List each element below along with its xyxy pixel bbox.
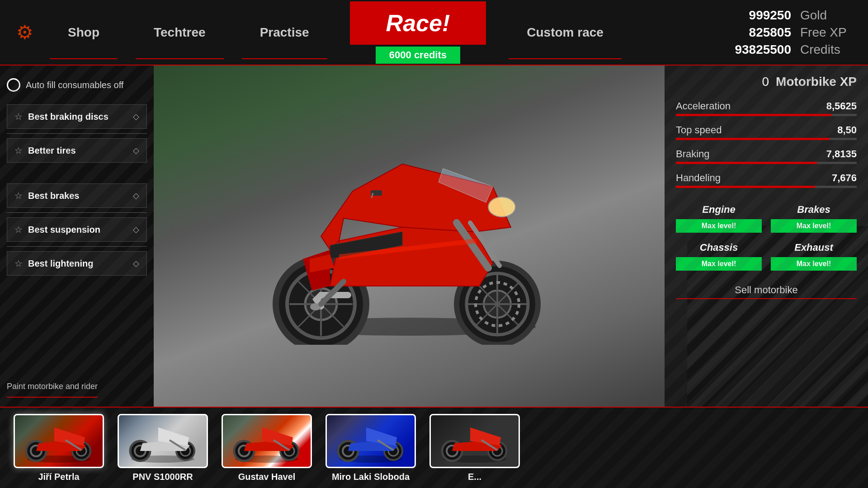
garage-card-image [222,414,312,468]
xp-number: 0 [762,75,769,89]
gold-stat-row: 999250 Gold [728,8,854,23]
gold-value: 999250 [728,8,791,23]
garage-card-name: E... [468,472,481,482]
bike-thumbnail [434,418,515,464]
nav-shop[interactable]: Shop [41,0,127,65]
top-nav: ⚙ Shop Techtree Practise Race! 6000 cred… [0,0,868,66]
stat-num: 7,676 [832,172,857,184]
stat-bar-fill [676,114,831,116]
stat-num: 7,8135 [826,148,857,160]
race-credits-badge: 6000 credits [376,47,460,64]
xp-stat-row: 825805 Free XP [728,25,854,40]
stat-bar [676,114,857,116]
upgrade-title: Brakes [797,204,830,216]
garage-card-image [118,414,208,468]
chevron-right-icon: ◇ [133,225,139,235]
credits-stat-row: 93825500 Credits [728,42,854,57]
svg-point-15 [488,197,515,217]
nav-custom-race[interactable]: Custom race [500,0,631,65]
garage-card[interactable]: Jiří Petrla [14,414,104,482]
chevron-right-icon: ◇ [133,258,139,268]
stat-name: Braking [676,148,710,160]
stats-list: Acceleration 8,5625 Top speed 8,50 Braki… [676,100,857,188]
garage-card[interactable]: PNV S1000RR [118,414,208,482]
upgrade-chassis[interactable]: Chassis Max level! [676,242,762,271]
parts-section: ☆ Best braking discs ◇ ☆ Better tires ◇ … [7,104,147,376]
upgrade-badge: Max level! [771,257,857,271]
upgrade-badge: Max level! [676,257,762,271]
part-best-brakes[interactable]: ☆ Best brakes ◇ [7,183,147,208]
garage-card-image [14,414,104,468]
separator [7,133,147,134]
nav-techtree[interactable]: Techtree [127,0,233,65]
garage-card[interactable]: Miro Laki Sloboda [326,414,416,482]
stat-item: Top speed 8,50 [676,124,857,140]
stat-bar-fill [676,138,830,140]
nav-practise[interactable]: Practise [233,0,336,65]
upgrade-badge: Max level! [771,219,857,233]
upgrade-title: Exhaust [794,242,833,253]
motorcycle-svg [240,128,579,345]
xp-value: 825805 [728,25,791,40]
sell-motorbike-button[interactable]: Sell motorbike [676,284,857,299]
bike-thumbnail [18,418,99,464]
credits-value: 93825500 [728,42,791,57]
garage-card-image [326,414,416,468]
stat-bar [676,186,857,188]
bike-thumbnail [226,418,307,464]
stat-item: Handeling 7,676 [676,172,857,188]
nav-stats: 999250 Gold 825805 Free XP 93825500 Cred… [728,8,854,57]
settings-icon[interactable]: ⚙ [9,17,41,48]
credits-label: Credits [800,42,854,57]
part-name: Best lightening [28,258,93,269]
race-button[interactable]: Race! [350,1,486,45]
stat-header: Handeling 7,676 [676,172,857,184]
garage-card-name: Gustav Havel [238,472,296,482]
upgrade-title: Chassis [700,242,738,253]
part-best-lightening[interactable]: ☆ Best lightening ◇ [7,251,147,276]
chevron-right-icon: ◇ [133,191,139,201]
chevron-right-icon: ◇ [133,112,139,122]
garage-card-name: PNV S1000RR [132,472,193,482]
star-icon: ☆ [14,224,23,235]
stat-bar [676,162,857,164]
gold-label: Gold [800,8,854,23]
part-best-suspension[interactable]: ☆ Best suspension ◇ [7,217,147,242]
stat-header: Top speed 8,50 [676,124,857,136]
center-bike-area [154,66,665,407]
part-name: Better tires [28,145,76,156]
part-better-tires[interactable]: ☆ Better tires ◇ [7,138,147,163]
stat-name: Handeling [676,172,721,184]
part-name: Best brakes [28,191,79,201]
part-braking-discs[interactable]: ☆ Best braking discs ◇ [7,104,147,129]
bottom-strip: Jiří Petrla PNV S1000RR [0,407,868,488]
stat-bar [676,138,857,140]
paint-button[interactable]: Paint motorbike and rider [7,376,98,398]
stat-item: Braking 7,8135 [676,148,857,164]
chevron-right-icon: ◇ [133,145,139,155]
separator [7,212,147,213]
upgrade-exhaust[interactable]: Exhaust Max level! [771,242,857,271]
garage-card-name: Jiří Petrla [38,472,79,482]
upgrade-brakes[interactable]: Brakes Max level! [771,204,857,233]
garage-card-image [429,414,520,468]
star-icon: ☆ [14,145,23,156]
upgrade-grid: Engine Max level! Brakes Max level! Chas… [676,204,857,271]
bike-thumbnail [330,418,411,464]
motorbike-xp: 0 Motorbike XP [676,75,857,89]
nav-items: Shop Techtree Practise Race! 6000 credit… [41,0,728,65]
stat-header: Braking 7,8135 [676,148,857,160]
left-sidebar: Auto fill consumables off ☆ Best braking… [0,66,154,407]
separator [7,246,147,247]
garage-card[interactable]: E... [429,414,520,482]
part-name: Best braking discs [28,112,108,122]
upgrade-engine[interactable]: Engine Max level! [676,204,762,233]
upgrade-badge: Max level! [676,219,762,233]
auto-fill-toggle[interactable]: Auto fill consumables off [7,75,147,95]
garage-card-name: Miro Laki Sloboda [332,472,410,482]
toggle-circle-icon [7,78,20,92]
stat-item: Acceleration 8,5625 [676,100,857,116]
right-panel: 0 Motorbike XP Acceleration 8,5625 Top s… [665,66,868,407]
stat-num: 8,50 [837,124,857,136]
garage-card[interactable]: Gustav Havel [222,414,312,482]
